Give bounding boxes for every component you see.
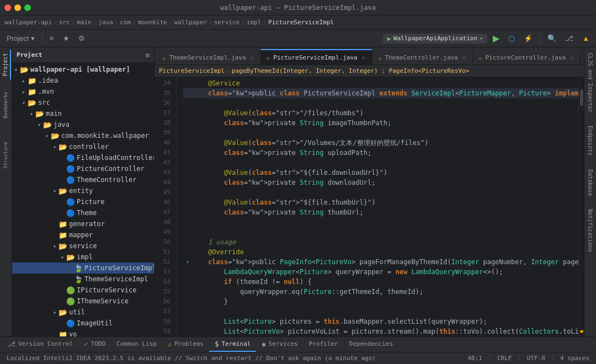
line-ending[interactable]: CRLF: [495, 355, 514, 362]
breadcrumb-item[interactable]: src: [59, 19, 70, 26]
close-button[interactable]: [4, 4, 11, 11]
maximize-button[interactable]: [24, 4, 31, 11]
tree-item-IThemeService[interactable]: 🟢IThemeService: [12, 296, 154, 307]
database-panel[interactable]: Database: [586, 166, 595, 199]
tree-item-FileUploadController[interactable]: 🔵FileUploadController: [12, 152, 154, 163]
dependencies-tab[interactable]: Dependencies: [344, 338, 398, 352]
common-lisp-tab[interactable]: Common Lisp: [111, 338, 162, 352]
fold-icon[interactable]: ▾: [186, 259, 189, 265]
tab-label: ThemeServiceImpl.java: [169, 54, 246, 61]
tree-item-wallpaper-api[interactable]: ▾📂wallpaper-api [wallpaper]: [12, 64, 154, 75]
scrollbar-area[interactable]: [578, 77, 584, 336]
settings-button[interactable]: ⚙: [75, 33, 88, 44]
tree-item-src[interactable]: ▾📂src: [12, 97, 154, 108]
gear-icon[interactable]: ⚙: [146, 51, 150, 59]
minimize-button[interactable]: [14, 4, 21, 11]
version-control-tab[interactable]: ⎇ Version Control: [2, 338, 78, 352]
tree-item-controller[interactable]: ▾📂controller: [12, 141, 154, 152]
notifications-panel[interactable]: Notifications: [586, 206, 595, 255]
tab-ThemeController[interactable]: ☕ ThemeController.java ×: [372, 49, 473, 65]
notifications-button[interactable]: ▲: [579, 33, 593, 44]
run-config-name: WallpaperApiApplication: [393, 35, 477, 42]
tab-label: ThemeController.java: [385, 54, 457, 61]
code-line-46: @Value(class="str">"${file.thumbUrl}"): [192, 197, 578, 207]
tree-item-PictureServiceImpl[interactable]: 🍃PictureServiceImpl: [12, 263, 154, 274]
method-breadcrumb[interactable]: pageByThemeId(Integer, Integer, Integer)…: [232, 67, 469, 74]
tree-item-IPictureService[interactable]: 🟢IPictureService: [12, 285, 154, 296]
breadcrumb-item[interactable]: com: [120, 19, 131, 26]
scrollbar-thumb[interactable]: [580, 89, 583, 106]
tab-label: PictureServiceImpl.java: [273, 54, 357, 61]
debug-button[interactable]: ⬡: [505, 33, 518, 45]
search-button[interactable]: 🔍: [544, 33, 560, 44]
profile-button[interactable]: ⚡: [520, 33, 536, 44]
git-button[interactable]: ⎇: [562, 33, 577, 44]
side-tab-project[interactable]: Project: [1, 50, 11, 79]
breadcrumb-item[interactable]: service: [214, 19, 240, 26]
warning-icon: ⚠: [168, 340, 172, 348]
tree-item-entity[interactable]: ▾📂entity: [12, 185, 154, 196]
tab-close-button[interactable]: ×: [361, 54, 366, 61]
code-line-53: LambdaQueryWrapper<Picture> queryWrapper…: [192, 267, 578, 277]
endpoints-panel[interactable]: Endpoints: [586, 122, 595, 159]
tree-item-Theme[interactable]: 🔵Theme: [12, 207, 154, 218]
code-line-39: [192, 128, 578, 138]
tab-close-button[interactable]: ×: [569, 54, 574, 61]
tree-item-com-moonkite[interactable]: ▾📂com.moonkite.wallpaper: [12, 130, 154, 141]
code-editor[interactable]: 3435363738394041424344454647484950515253…: [155, 77, 584, 336]
profiler-label: Profiler: [309, 340, 338, 347]
code-line-44: class="kw">private String downloadUrl;: [192, 178, 578, 188]
problems-tab[interactable]: ⚠ Problems: [162, 338, 209, 352]
todo-tab[interactable]: ✓ TODO: [78, 338, 111, 352]
tab-close-button[interactable]: ×: [249, 54, 255, 61]
tree-item-idea[interactable]: ▸📁.idea: [12, 75, 154, 86]
tree-item-generator[interactable]: 📁generator: [12, 218, 154, 229]
tree-item-ThemeController[interactable]: 🔵ThemeController: [12, 174, 154, 185]
breadcrumb-item[interactable]: java: [98, 19, 113, 26]
tree-item-vo[interactable]: 📁vo: [12, 329, 154, 336]
terminal-tab[interactable]: $ Terminal: [209, 338, 256, 352]
todo-label: TODO: [91, 340, 106, 347]
tab-PictureServiceImpl[interactable]: ☕ PictureServiceImpl.java ×: [261, 49, 372, 65]
tree-item-mvn[interactable]: ▸📁.mvn: [12, 86, 154, 97]
tree-item-main[interactable]: ▾📂main: [12, 108, 154, 119]
tree-item-PictureController[interactable]: 🔵PictureController: [12, 163, 154, 174]
breadcrumb-item[interactable]: main: [77, 19, 92, 26]
tab-PictureController[interactable]: ☕ PictureController.java ×: [473, 49, 581, 65]
tab-ThemeServiceImpl[interactable]: ☕ ThemeServiceImpl.java ×: [157, 49, 261, 65]
file-tree[interactable]: ▾📂wallpaper-api [wallpaper]▸📁.idea▸📁.mvn…: [12, 63, 154, 336]
code-content[interactable]: @Service class="kw">public class Picture…: [177, 77, 578, 336]
indent-setting[interactable]: 4 spaces: [558, 355, 592, 362]
error-marker: [580, 330, 583, 333]
structure-view-button[interactable]: ≡: [46, 33, 57, 44]
encoding[interactable]: UTF-8: [525, 355, 547, 362]
code-line-45: [192, 188, 578, 197]
tree-item-java[interactable]: ▾📂java: [12, 119, 154, 130]
tree-item-ThemeServiceImpl[interactable]: 🍃ThemeServiceImpl: [12, 274, 154, 285]
run-button[interactable]: ▶: [489, 31, 503, 45]
run-configuration[interactable]: ▶ WallpaperApiApplication ▾: [383, 34, 488, 44]
code-line-52: class="kw">public PageInfo<PictureVo> pa…: [192, 257, 578, 267]
code-line-57: [192, 307, 578, 317]
side-tab-bookmarks[interactable]: Bookmarks: [1, 88, 11, 122]
breadcrumb-current[interactable]: PictureServiceImpl: [268, 19, 334, 26]
class-breadcrumb[interactable]: PictureServiceImpl: [159, 67, 225, 74]
side-tab-structure[interactable]: Structure: [1, 138, 11, 172]
tab-close-button[interactable]: ×: [461, 54, 467, 61]
tree-item-util[interactable]: ▾📂util: [12, 307, 154, 318]
profiler-tab[interactable]: Profiler: [304, 338, 344, 352]
breadcrumb-item[interactable]: wallpaper: [174, 19, 207, 26]
tree-item-mapper[interactable]: 📁mapper: [12, 229, 154, 240]
services-tab[interactable]: ◉ Services: [256, 338, 303, 352]
bookmark-button[interactable]: ★: [60, 33, 73, 44]
tree-item-impl[interactable]: ▾📂impl: [12, 251, 154, 263]
breadcrumb-item[interactable]: wallpaper-api: [4, 19, 52, 26]
breadcrumb-item[interactable]: impl: [247, 19, 262, 26]
tree-item-ImageUtil[interactable]: 🔵ImageUtil: [12, 318, 154, 329]
breadcrumb-item[interactable]: moonkite: [138, 19, 167, 26]
cljs-inspector-panel[interactable]: CLJS and Inspector: [586, 50, 595, 116]
tree-item-Picture[interactable]: 🔵Picture: [12, 196, 154, 207]
project-menu-button[interactable]: Project ▾: [3, 33, 38, 44]
cursor-position[interactable]: 48:1: [465, 355, 485, 362]
tree-item-service[interactable]: ▾📂service: [12, 240, 154, 251]
